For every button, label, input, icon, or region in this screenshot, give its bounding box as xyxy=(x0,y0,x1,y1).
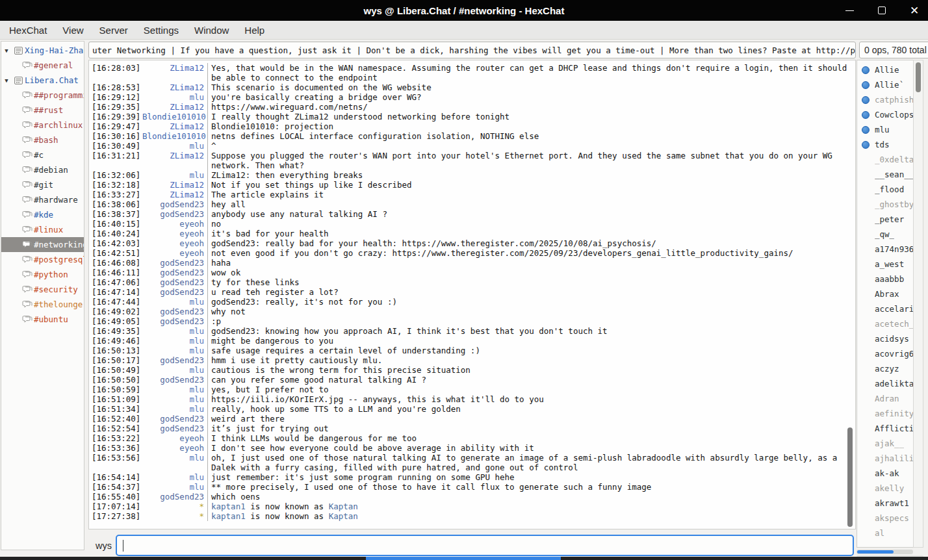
user-list-item[interactable]: a_west xyxy=(857,257,913,272)
channel-tree-item[interactable]: ▼ Libera.Chat xyxy=(1,73,84,88)
user-list-item[interactable]: _ghostbyt xyxy=(857,197,913,212)
user-list-item[interactable]: adeliktas xyxy=(857,376,913,391)
user-list-item[interactable]: _0xdelta xyxy=(857,152,913,167)
user-list-item[interactable]: aefinity xyxy=(857,406,913,421)
menu-help[interactable]: Help xyxy=(237,21,272,40)
channel-tree-item[interactable]: ##programming xyxy=(1,88,84,103)
nick[interactable]: * xyxy=(142,511,207,521)
expander-icon[interactable]: ▼ xyxy=(1,77,12,84)
user-list-item[interactable]: akelly xyxy=(857,481,913,496)
nick[interactable]: mlu xyxy=(142,346,207,355)
userlist-hscrollbar[interactable] xyxy=(857,550,913,554)
menu-window[interactable]: Window xyxy=(187,21,237,40)
user-list-item[interactable]: al xyxy=(857,526,913,541)
user-list-item[interactable]: a174n936 xyxy=(857,242,913,257)
user-list-item[interactable]: acetech_ xyxy=(857,316,913,331)
nick[interactable]: eyeoh xyxy=(142,219,207,229)
nick[interactable]: * xyxy=(142,502,207,511)
channel-tree-item[interactable]: #python xyxy=(1,267,84,282)
menu-hexchat[interactable]: HexChat xyxy=(1,21,55,40)
nick[interactable]: eyeoh xyxy=(142,433,207,443)
menu-server[interactable]: Server xyxy=(92,21,136,40)
nick[interactable]: godSend23 xyxy=(142,258,207,268)
channel-tree-item[interactable]: #thelounge xyxy=(1,297,84,312)
nick[interactable]: mlu xyxy=(142,394,207,404)
channel-tree-item[interactable]: #git xyxy=(1,177,84,192)
user-list-item[interactable]: Abrax xyxy=(857,286,913,301)
nick[interactable]: mlu xyxy=(142,482,207,492)
userlist-vscrollbar[interactable] xyxy=(913,60,923,548)
channel-tree-item[interactable]: ▼ Xing-Hai-Zhan xyxy=(1,43,84,58)
nick[interactable]: ZLima12 xyxy=(142,190,207,199)
menu-view[interactable]: View xyxy=(55,21,91,40)
user-list-item[interactable]: aczyz xyxy=(857,361,913,376)
nick[interactable]: mlu xyxy=(142,336,207,346)
menu-settings[interactable]: Settings xyxy=(136,21,187,40)
user-list-item[interactable]: Afflictio xyxy=(857,421,913,436)
nick[interactable]: eyeoh xyxy=(142,229,207,238)
channel-tree-item[interactable]: #linux xyxy=(1,222,84,237)
nick[interactable]: Blondie101010 xyxy=(142,131,207,141)
nick[interactable]: eyeoh xyxy=(142,238,207,248)
user-list-item[interactable]: _qw_ xyxy=(857,227,913,242)
nick[interactable]: mlu xyxy=(142,365,207,375)
channel-tree-item[interactable]: #kde xyxy=(1,207,84,222)
user-list-item[interactable]: _flood xyxy=(857,182,913,197)
nick[interactable]: Blondie101010 xyxy=(142,112,207,121)
user-list-item[interactable]: Allie` xyxy=(857,77,913,92)
nick[interactable]: mlu xyxy=(142,297,207,307)
nick[interactable]: mlu xyxy=(142,141,207,151)
channel-tree-item[interactable]: #bash xyxy=(1,133,84,147)
nick[interactable]: mlu xyxy=(142,404,207,414)
nick[interactable]: godSend23 xyxy=(142,355,207,365)
user-list-item[interactable]: aaabbb xyxy=(857,272,913,286)
userlist-hscrollbar-thumb[interactable] xyxy=(857,550,894,554)
nick[interactable]: ZLima12 xyxy=(142,102,207,112)
channel-tree-item[interactable]: #security xyxy=(1,282,84,297)
channel-tree-item[interactable]: #general xyxy=(1,58,84,73)
chat-scrollbar-thumb[interactable] xyxy=(847,427,853,527)
maximize-button[interactable] xyxy=(873,2,890,19)
nick[interactable]: godSend23 xyxy=(142,375,207,385)
nick[interactable]: ZLima12 xyxy=(142,180,207,190)
user-list-item[interactable]: ajak__ xyxy=(857,436,913,451)
minimize-button[interactable] xyxy=(841,2,858,19)
titlebar[interactable]: wys @ Libera.Chat / #networking - HexCha… xyxy=(0,0,928,21)
userlist-vscrollbar-thumb[interactable] xyxy=(916,62,921,92)
channel-tree-item[interactable]: #ubuntu xyxy=(1,312,84,327)
nick[interactable]: eyeoh xyxy=(142,248,207,258)
user-list-item[interactable]: ajhalili2 xyxy=(857,451,913,466)
user-list-item[interactable]: akrawt1 xyxy=(857,496,913,511)
user-list-item[interactable]: Cowclops` xyxy=(857,107,913,122)
user-list-item[interactable]: accelario xyxy=(857,301,913,316)
user-list-item[interactable]: tds xyxy=(857,137,913,152)
chat-message-area[interactable]: [16:28:03] ZLima12 Yes, that would be in… xyxy=(88,60,856,529)
user-list-item[interactable]: akspecs xyxy=(857,511,913,526)
topic-bar[interactable]: uter Networking | If you have a question… xyxy=(88,42,856,58)
nick[interactable]: godSend23 xyxy=(142,307,207,316)
channel-tree-item[interactable]: #archlinux xyxy=(1,118,84,133)
nick[interactable]: ZLima12 xyxy=(142,151,207,170)
nick[interactable]: godSend23 xyxy=(142,424,207,433)
expander-icon[interactable]: ▼ xyxy=(1,47,12,54)
nick[interactable]: mlu xyxy=(142,472,207,482)
nick[interactable]: mlu xyxy=(142,453,207,472)
nick[interactable]: eyeoh xyxy=(142,443,207,453)
channel-tree-item[interactable]: #c xyxy=(1,147,84,162)
user-list-item[interactable]: acovrig60 xyxy=(857,346,913,361)
nick[interactable]: ZLima12 xyxy=(142,121,207,131)
nick[interactable]: godSend23 xyxy=(142,492,207,502)
user-list-item[interactable]: ak-ak xyxy=(857,466,913,481)
user-list-item[interactable]: __sean__ xyxy=(857,167,913,182)
channel-tree-item[interactable]: #debian xyxy=(1,162,84,177)
nick[interactable]: godSend23 xyxy=(142,287,207,297)
close-button[interactable]: ✕ xyxy=(906,2,923,19)
channel-tree-item[interactable]: #networking xyxy=(1,237,84,252)
nick[interactable]: godSend23 xyxy=(142,316,207,326)
nick[interactable]: mlu xyxy=(142,385,207,394)
nick[interactable]: godSend23 xyxy=(142,277,207,287)
message-input[interactable] xyxy=(116,535,854,556)
nick[interactable]: godSend23 xyxy=(142,268,207,277)
channel-tree-item[interactable]: #hardware xyxy=(1,192,84,207)
user-list-item[interactable]: Adran xyxy=(857,391,913,406)
